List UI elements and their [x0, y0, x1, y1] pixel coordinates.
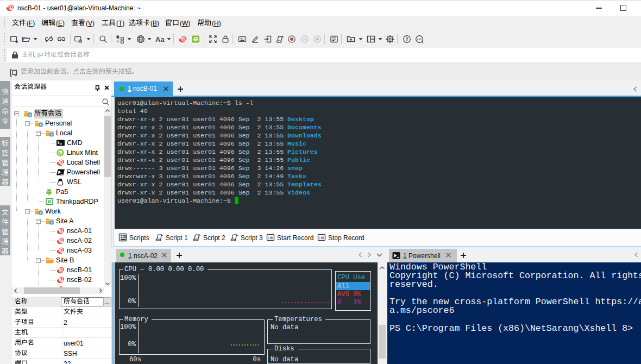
svg-text:?: ? — [405, 36, 409, 42]
